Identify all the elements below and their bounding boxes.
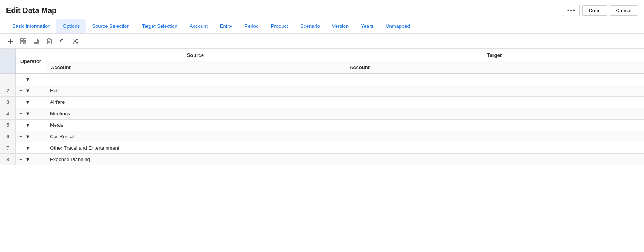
operator-cell[interactable]: + ▼ bbox=[16, 85, 46, 97]
grid-select-icon bbox=[20, 38, 26, 44]
target-account-cell[interactable] bbox=[345, 85, 644, 97]
source-account-col-header: Account bbox=[46, 61, 345, 74]
dropdown-arrow-icon[interactable]: ▼ bbox=[25, 157, 30, 162]
operator-cell[interactable]: + ▼ bbox=[16, 154, 46, 165]
dropdown-arrow-icon[interactable]: ▼ bbox=[25, 122, 30, 128]
operator-cell[interactable]: + ▼ bbox=[16, 142, 46, 154]
row-number: 2 bbox=[0, 85, 16, 97]
tab-period[interactable]: Period bbox=[238, 19, 265, 34]
undo-button[interactable] bbox=[58, 37, 66, 45]
dropdown-arrow-icon[interactable]: ▼ bbox=[25, 111, 30, 116]
source-account-cell[interactable]: Car Rental bbox=[46, 131, 345, 142]
svg-point-12 bbox=[74, 40, 76, 42]
dropdown-arrow-icon[interactable]: ▼ bbox=[25, 145, 30, 151]
target-group-header: Target bbox=[345, 49, 644, 61]
tab-source-selection[interactable]: Source Selection bbox=[86, 19, 136, 34]
tab-account[interactable]: Account bbox=[184, 19, 214, 34]
table-row: 4 + ▼ Meetings bbox=[0, 108, 644, 120]
table-row: 7 + ▼ Other Travel and Entertainment bbox=[0, 142, 644, 154]
tab-target-selection[interactable]: Target Selection bbox=[136, 19, 184, 34]
more-button[interactable]: ••• bbox=[563, 5, 580, 16]
target-account-cell[interactable] bbox=[345, 97, 644, 108]
svg-rect-3 bbox=[24, 39, 26, 41]
table-row: 3 + ▼ Airfare bbox=[0, 97, 644, 108]
row-number: 3 bbox=[0, 97, 16, 108]
dropdown-arrow-icon[interactable]: ▼ bbox=[25, 134, 30, 139]
target-account-cell[interactable] bbox=[345, 120, 644, 131]
target-account-cell[interactable] bbox=[345, 74, 644, 85]
network-icon bbox=[72, 38, 78, 44]
operator-cell[interactable]: + ▼ bbox=[16, 97, 46, 108]
plus-operator: + bbox=[19, 76, 23, 82]
row-number: 7 bbox=[0, 142, 16, 154]
row-number: 5 bbox=[0, 120, 16, 131]
row-number: 6 bbox=[0, 131, 16, 142]
table-row: 6 + ▼ Car Rental bbox=[0, 131, 644, 142]
row-number: 4 bbox=[0, 108, 16, 120]
source-account-cell[interactable]: Meetings bbox=[46, 108, 345, 120]
plus-operator: + bbox=[19, 134, 23, 139]
source-account-cell[interactable]: Airfare bbox=[46, 97, 345, 108]
add-icon bbox=[7, 38, 13, 44]
grid-select-button[interactable] bbox=[19, 37, 27, 45]
row-number: 1 bbox=[0, 74, 16, 85]
tab-basic-information[interactable]: Basic Information bbox=[6, 19, 56, 34]
source-account-cell[interactable]: Expense Planning bbox=[46, 154, 345, 165]
tab-product[interactable]: Product bbox=[265, 19, 294, 34]
target-account-col-header: Account bbox=[345, 61, 644, 74]
page-header: Edit Data Map ••• Done Cancel bbox=[0, 0, 644, 19]
target-account-cell[interactable] bbox=[345, 108, 644, 120]
mapping-table: Operator Source Target Account Account 1… bbox=[0, 49, 644, 165]
copy-icon bbox=[33, 38, 39, 44]
paste-button[interactable] bbox=[45, 37, 53, 45]
tab-unmapped[interactable]: Unmapped bbox=[379, 19, 416, 34]
header-actions: ••• Done Cancel bbox=[563, 5, 638, 16]
target-account-cell[interactable] bbox=[345, 142, 644, 154]
undo-icon bbox=[59, 38, 65, 44]
source-account-cell[interactable]: Hotel bbox=[46, 85, 345, 97]
paste-icon bbox=[46, 38, 52, 44]
add-row-button[interactable] bbox=[6, 37, 15, 45]
svg-rect-5 bbox=[24, 42, 26, 44]
operator-cell[interactable]: + ▼ bbox=[16, 108, 46, 120]
page-title: Edit Data Map bbox=[6, 6, 56, 15]
table-row: 1 + ▼ bbox=[0, 74, 644, 85]
network-button[interactable] bbox=[71, 37, 79, 45]
cancel-button[interactable]: Cancel bbox=[610, 5, 638, 16]
table-row: 5 + ▼ Meals bbox=[0, 120, 644, 131]
operator-cell[interactable]: + ▼ bbox=[16, 131, 46, 142]
copy-button[interactable] bbox=[32, 37, 40, 45]
svg-rect-4 bbox=[21, 42, 23, 44]
toolbar bbox=[0, 34, 644, 49]
dropdown-arrow-icon[interactable]: ▼ bbox=[25, 99, 30, 105]
source-account-cell[interactable]: Meals bbox=[46, 120, 345, 131]
operator-col-header: Operator bbox=[16, 49, 46, 74]
dropdown-arrow-icon[interactable]: ▼ bbox=[25, 88, 30, 94]
svg-line-18 bbox=[76, 40, 77, 41]
tab-years[interactable]: Years bbox=[355, 19, 379, 34]
plus-operator: + bbox=[19, 111, 23, 116]
svg-rect-9 bbox=[48, 39, 50, 40]
source-account-cell[interactable]: Other Travel and Entertainment bbox=[46, 142, 345, 154]
plus-operator: + bbox=[19, 99, 23, 105]
target-account-cell[interactable] bbox=[345, 131, 644, 142]
tab-bar: Basic InformationOptionsSource Selection… bbox=[0, 19, 644, 34]
done-button[interactable]: Done bbox=[582, 5, 607, 16]
tab-entity[interactable]: Entity bbox=[214, 19, 239, 34]
source-account-cell[interactable] bbox=[46, 74, 345, 85]
tab-version[interactable]: Version bbox=[326, 19, 355, 34]
svg-rect-7 bbox=[34, 39, 37, 43]
svg-rect-2 bbox=[21, 39, 23, 41]
plus-operator: + bbox=[19, 88, 23, 94]
operator-cell[interactable]: + ▼ bbox=[16, 74, 46, 85]
tab-options[interactable]: Options bbox=[56, 19, 86, 34]
tab-scenario[interactable]: Scenario bbox=[294, 19, 326, 34]
operator-cell[interactable]: + ▼ bbox=[16, 120, 46, 131]
table-row: 2 + ▼ Hotel bbox=[0, 85, 644, 97]
plus-operator: + bbox=[19, 157, 23, 162]
plus-operator: + bbox=[19, 145, 23, 151]
target-account-cell[interactable] bbox=[345, 154, 644, 165]
table-row: 8 + ▼ Expense Planning bbox=[0, 154, 644, 165]
dropdown-arrow-icon[interactable]: ▼ bbox=[25, 76, 30, 82]
source-group-header: Source bbox=[46, 49, 345, 61]
